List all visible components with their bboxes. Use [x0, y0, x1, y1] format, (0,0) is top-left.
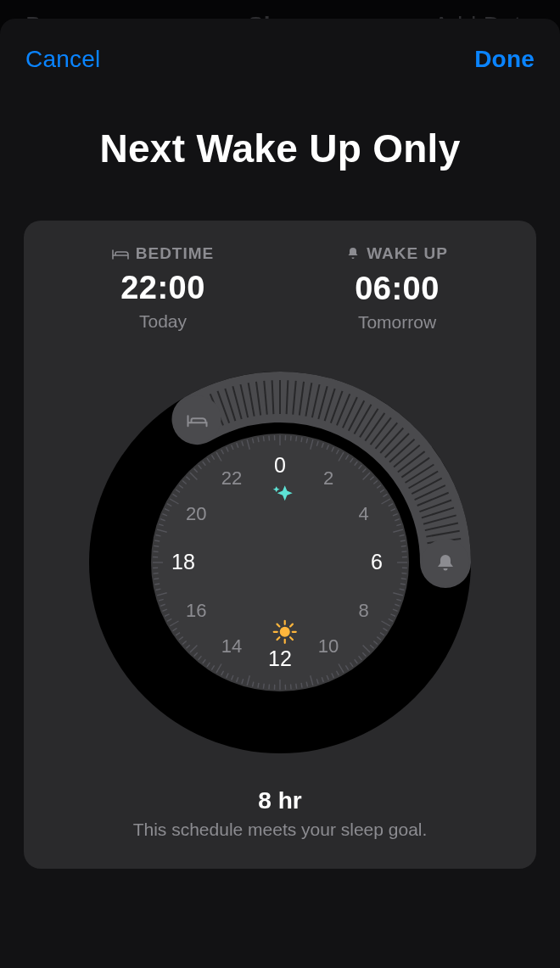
dial-hour-label: 18 [171, 550, 195, 574]
svg-line-76 [269, 684, 270, 689]
summary: 8 hr This schedule meets your sleep goal… [133, 787, 428, 840]
sheet: Cancel Done Next Wake Up Only BEDTIME 22… [0, 19, 560, 968]
sleep-goal-text: This schedule meets your sleep goal. [133, 820, 428, 840]
dial-hour-label: 14 [221, 635, 242, 657]
svg-line-40 [401, 574, 406, 574]
dial-hour-label: 2 [323, 467, 333, 489]
svg-line-4 [291, 436, 292, 441]
wakeup-time: 06:00 [280, 271, 514, 307]
svg-line-35 [401, 546, 406, 546]
svg-line-77 [263, 684, 264, 689]
sleep-duration: 8 hr [133, 787, 428, 814]
svg-line-107 [154, 579, 159, 579]
bedtime-handle[interactable] [174, 395, 221, 443]
svg-line-36 [401, 551, 406, 552]
bedtime-block: BEDTIME 22:00 Today [46, 244, 280, 333]
wakeup-label: WAKE UP [367, 244, 448, 263]
sun-icon [274, 621, 296, 643]
cancel-button[interactable]: Cancel [24, 42, 102, 76]
svg-line-71 [296, 684, 297, 689]
page-title: Next Wake Up Only [24, 126, 536, 171]
dial-hour-label: 12 [268, 646, 292, 670]
dial-hour-label: 16 [186, 600, 206, 621]
svg-line-72 [291, 684, 292, 689]
svg-line-41 [401, 579, 406, 579]
bedtime-time: 22:00 [46, 270, 280, 306]
svg-line-5 [296, 436, 297, 441]
bedtime-day: Today [46, 311, 280, 332]
dial-hour-label: 22 [221, 467, 242, 489]
done-button[interactable]: Done [473, 42, 536, 76]
schedule-card: BEDTIME 22:00 Today WAKE UP 06:00 Tomorr… [24, 221, 536, 869]
sleep-dial[interactable]: 0246810121416182022 [72, 355, 488, 770]
svg-line-108 [154, 574, 159, 574]
wakeup-handle[interactable] [422, 539, 469, 586]
dial-hour-label: 10 [318, 635, 339, 657]
svg-point-146 [280, 627, 290, 637]
wakeup-day: Tomorrow [280, 312, 514, 333]
bedtime-label: BEDTIME [136, 244, 215, 263]
sheet-navbar: Cancel Done [24, 42, 536, 76]
dial-hour-label: 8 [359, 600, 369, 621]
svg-line-143 [263, 436, 264, 441]
svg-point-198 [174, 395, 221, 443]
svg-line-113 [154, 546, 159, 546]
dial-hour-label: 4 [359, 503, 369, 524]
bed-icon [112, 248, 129, 260]
svg-line-144 [269, 436, 270, 441]
bell-icon [346, 247, 360, 260]
dial-hour-label: 0 [274, 453, 286, 477]
wakeup-block: WAKE UP 06:00 Tomorrow [280, 244, 514, 333]
dial-hour-label: 6 [371, 550, 383, 574]
svg-line-112 [154, 551, 159, 552]
dial-hour-label: 20 [186, 503, 206, 524]
